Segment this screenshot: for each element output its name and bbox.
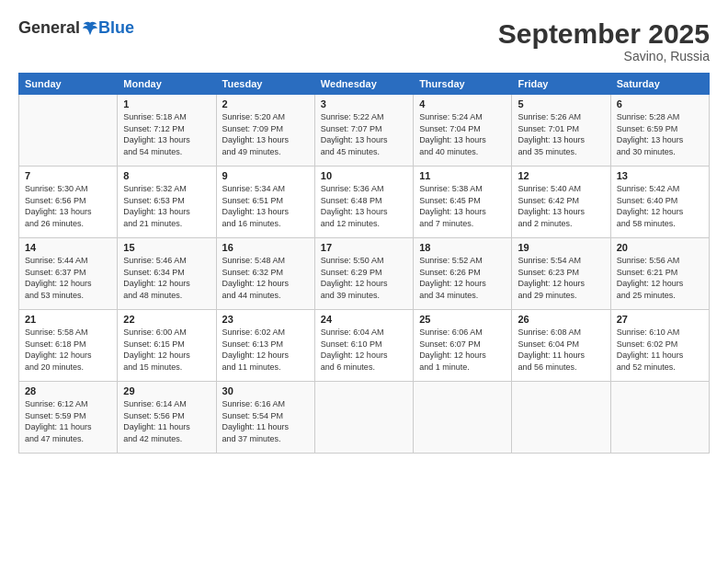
- day-info: Sunrise: 5:48 AM Sunset: 6:32 PM Dayligh…: [222, 255, 309, 301]
- day-number: 12: [518, 170, 604, 181]
- day-cell: 23Sunrise: 6:02 AM Sunset: 6:13 PM Dayli…: [216, 310, 314, 382]
- day-cell: [19, 95, 118, 167]
- day-info: Sunrise: 5:54 AM Sunset: 6:23 PM Dayligh…: [518, 255, 604, 301]
- day-cell: 5Sunrise: 5:26 AM Sunset: 7:01 PM Daylig…: [512, 95, 610, 167]
- day-number: 7: [25, 170, 111, 181]
- day-cell: 1Sunrise: 5:18 AM Sunset: 7:12 PM Daylig…: [118, 95, 216, 167]
- day-cell: 14Sunrise: 5:44 AM Sunset: 6:37 PM Dayli…: [19, 238, 118, 310]
- day-cell: 21Sunrise: 5:58 AM Sunset: 6:18 PM Dayli…: [19, 310, 118, 382]
- day-cell: 22Sunrise: 6:00 AM Sunset: 6:15 PM Dayli…: [118, 310, 216, 382]
- day-cell: 16Sunrise: 5:48 AM Sunset: 6:32 PM Dayli…: [216, 238, 314, 310]
- day-cell: 25Sunrise: 6:06 AM Sunset: 6:07 PM Dayli…: [414, 310, 512, 382]
- day-cell: 19Sunrise: 5:54 AM Sunset: 6:23 PM Dayli…: [512, 238, 610, 310]
- week-row-2: 7Sunrise: 5:30 AM Sunset: 6:56 PM Daylig…: [19, 167, 710, 238]
- day-cell: 6Sunrise: 5:28 AM Sunset: 6:59 PM Daylig…: [610, 95, 709, 167]
- day-number: 24: [321, 314, 407, 325]
- day-number: 1: [123, 98, 210, 109]
- col-header-monday: Monday: [118, 74, 216, 95]
- day-info: Sunrise: 5:30 AM Sunset: 6:56 PM Dayligh…: [25, 183, 111, 229]
- day-info: Sunrise: 6:12 AM Sunset: 5:59 PM Dayligh…: [25, 398, 111, 444]
- week-row-4: 21Sunrise: 5:58 AM Sunset: 6:18 PM Dayli…: [19, 310, 710, 382]
- col-header-thursday: Thursday: [414, 74, 512, 95]
- day-cell: 2Sunrise: 5:20 AM Sunset: 7:09 PM Daylig…: [216, 95, 314, 167]
- col-header-friday: Friday: [512, 74, 610, 95]
- calendar-table: SundayMondayTuesdayWednesdayThursdayFrid…: [18, 73, 710, 454]
- day-info: Sunrise: 5:42 AM Sunset: 6:40 PM Dayligh…: [617, 183, 703, 229]
- day-info: Sunrise: 5:26 AM Sunset: 7:01 PM Dayligh…: [518, 111, 604, 157]
- day-info: Sunrise: 6:10 AM Sunset: 6:02 PM Dayligh…: [617, 327, 703, 373]
- day-number: 21: [25, 314, 111, 325]
- day-cell: 3Sunrise: 5:22 AM Sunset: 7:07 PM Daylig…: [314, 95, 413, 167]
- day-number: 9: [222, 170, 309, 181]
- day-number: 22: [123, 314, 210, 325]
- col-header-wednesday: Wednesday: [314, 74, 413, 95]
- day-number: 29: [123, 385, 210, 396]
- logo-blue-text: Blue: [98, 18, 134, 38]
- day-info: Sunrise: 5:18 AM Sunset: 7:12 PM Dayligh…: [123, 111, 210, 157]
- day-cell: 17Sunrise: 5:50 AM Sunset: 6:29 PM Dayli…: [314, 238, 413, 310]
- day-info: Sunrise: 6:02 AM Sunset: 6:13 PM Dayligh…: [222, 327, 309, 373]
- day-info: Sunrise: 5:52 AM Sunset: 6:26 PM Dayligh…: [419, 255, 506, 301]
- day-info: Sunrise: 6:08 AM Sunset: 6:04 PM Dayligh…: [518, 327, 604, 373]
- day-cell: 28Sunrise: 6:12 AM Sunset: 5:59 PM Dayli…: [19, 382, 118, 454]
- day-cell: 11Sunrise: 5:38 AM Sunset: 6:45 PM Dayli…: [414, 167, 512, 238]
- day-info: Sunrise: 5:22 AM Sunset: 7:07 PM Dayligh…: [321, 111, 407, 157]
- day-info: Sunrise: 5:46 AM Sunset: 6:34 PM Dayligh…: [123, 255, 210, 301]
- day-cell: 15Sunrise: 5:46 AM Sunset: 6:34 PM Dayli…: [118, 238, 216, 310]
- day-cell: 30Sunrise: 6:16 AM Sunset: 5:54 PM Dayli…: [216, 382, 314, 454]
- day-info: Sunrise: 5:50 AM Sunset: 6:29 PM Dayligh…: [321, 255, 407, 301]
- day-cell: 20Sunrise: 5:56 AM Sunset: 6:21 PM Dayli…: [610, 238, 709, 310]
- day-info: Sunrise: 5:44 AM Sunset: 6:37 PM Dayligh…: [25, 255, 111, 301]
- day-number: 17: [321, 242, 407, 253]
- day-cell: 9Sunrise: 5:34 AM Sunset: 6:51 PM Daylig…: [216, 167, 314, 238]
- week-row-1: 1Sunrise: 5:18 AM Sunset: 7:12 PM Daylig…: [19, 95, 710, 167]
- day-cell: 29Sunrise: 6:14 AM Sunset: 5:56 PM Dayli…: [118, 382, 216, 454]
- header: General Blue September 2025 Savino, Russ…: [18, 18, 710, 63]
- day-number: 28: [25, 385, 111, 396]
- day-number: 10: [321, 170, 407, 181]
- header-row: SundayMondayTuesdayWednesdayThursdayFrid…: [19, 74, 710, 95]
- day-number: 26: [518, 314, 604, 325]
- day-cell: [414, 382, 512, 454]
- month-title: September 2025: [498, 18, 710, 49]
- day-cell: 10Sunrise: 5:36 AM Sunset: 6:48 PM Dayli…: [314, 167, 413, 238]
- day-cell: 26Sunrise: 6:08 AM Sunset: 6:04 PM Dayli…: [512, 310, 610, 382]
- col-header-tuesday: Tuesday: [216, 74, 314, 95]
- week-row-3: 14Sunrise: 5:44 AM Sunset: 6:37 PM Dayli…: [19, 238, 710, 310]
- day-number: 23: [222, 314, 309, 325]
- day-number: 27: [617, 314, 703, 325]
- day-number: 30: [222, 385, 309, 396]
- day-info: Sunrise: 5:38 AM Sunset: 6:45 PM Dayligh…: [419, 183, 506, 229]
- page: General Blue September 2025 Savino, Russ…: [0, 0, 728, 563]
- day-cell: 4Sunrise: 5:24 AM Sunset: 7:04 PM Daylig…: [414, 95, 512, 167]
- day-info: Sunrise: 5:20 AM Sunset: 7:09 PM Dayligh…: [222, 111, 309, 157]
- logo-bird-icon: [82, 20, 98, 37]
- day-number: 18: [419, 242, 506, 253]
- day-number: 6: [617, 98, 703, 109]
- day-number: 25: [419, 314, 506, 325]
- day-cell: 24Sunrise: 6:04 AM Sunset: 6:10 PM Dayli…: [314, 310, 413, 382]
- logo: General Blue: [18, 18, 134, 38]
- day-number: 2: [222, 98, 309, 109]
- day-info: Sunrise: 5:32 AM Sunset: 6:53 PM Dayligh…: [123, 183, 210, 229]
- col-header-saturday: Saturday: [610, 74, 709, 95]
- day-cell: 27Sunrise: 6:10 AM Sunset: 6:02 PM Dayli…: [610, 310, 709, 382]
- day-cell: 12Sunrise: 5:40 AM Sunset: 6:42 PM Dayli…: [512, 167, 610, 238]
- day-info: Sunrise: 5:28 AM Sunset: 6:59 PM Dayligh…: [617, 111, 703, 157]
- day-cell: 13Sunrise: 5:42 AM Sunset: 6:40 PM Dayli…: [610, 167, 709, 238]
- day-cell: 8Sunrise: 5:32 AM Sunset: 6:53 PM Daylig…: [118, 167, 216, 238]
- day-number: 8: [123, 170, 210, 181]
- day-info: Sunrise: 5:56 AM Sunset: 6:21 PM Dayligh…: [617, 255, 703, 301]
- day-cell: [512, 382, 610, 454]
- day-number: 20: [617, 242, 703, 253]
- location: Savino, Russia: [498, 49, 710, 63]
- day-info: Sunrise: 6:06 AM Sunset: 6:07 PM Dayligh…: [419, 327, 506, 373]
- day-info: Sunrise: 5:40 AM Sunset: 6:42 PM Dayligh…: [518, 183, 604, 229]
- day-info: Sunrise: 5:34 AM Sunset: 6:51 PM Dayligh…: [222, 183, 309, 229]
- week-row-5: 28Sunrise: 6:12 AM Sunset: 5:59 PM Dayli…: [19, 382, 710, 454]
- day-number: 3: [321, 98, 407, 109]
- day-info: Sunrise: 6:14 AM Sunset: 5:56 PM Dayligh…: [123, 398, 210, 444]
- title-block: September 2025 Savino, Russia: [498, 18, 710, 63]
- day-number: 16: [222, 242, 309, 253]
- day-number: 14: [25, 242, 111, 253]
